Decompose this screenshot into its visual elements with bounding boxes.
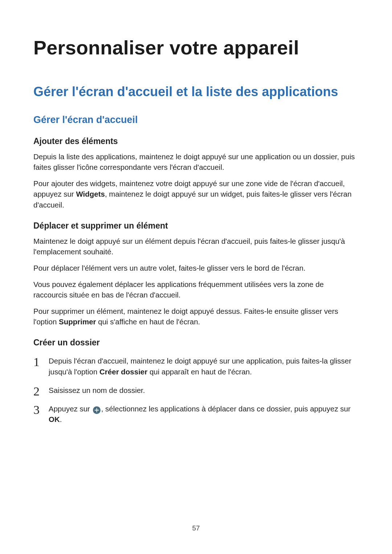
section-heading: Gérer l'écran d'accueil et la liste des … (33, 83, 359, 100)
text: , sélectionnez les applications à déplac… (101, 405, 351, 413)
plus-circle-icon (93, 406, 101, 414)
text: Saisissez un nom de dossier. (49, 386, 145, 394)
bold-creer-dossier: Créer dossier (99, 368, 147, 376)
topic-folder-heading: Créer un dossier (33, 338, 359, 348)
text: qui apparaît en haut de l'écran. (147, 368, 252, 376)
steps-list: Depuis l'écran d'accueil, maintenez le d… (33, 356, 359, 424)
subsection-heading: Gérer l'écran d'accueil (33, 114, 359, 126)
bold-ok: OK (49, 415, 60, 423)
topic-move-p3: Vous pouvez également déplacer les appli… (33, 279, 359, 300)
step-2: Saisissez un nom de dossier. (33, 385, 359, 395)
topic-adding-p2: Pour ajouter des widgets, maintenez votr… (33, 178, 359, 210)
bold-widgets: Widgets (76, 190, 105, 198)
page-title: Personnaliser votre appareil (33, 36, 359, 59)
topic-move-p2: Pour déplacer l'élément vers un autre vo… (33, 263, 359, 273)
step-3: Appuyez sur , sélectionnez les applicati… (33, 403, 359, 424)
text: . (60, 415, 62, 423)
topic-move-heading: Déplacer et supprimer un élément (33, 221, 359, 231)
page-container: Personnaliser votre appareil Gérer l'écr… (0, 0, 392, 554)
text: Appuyez sur (49, 405, 92, 413)
topic-move-p1: Maintenez le doigt appuyé sur un élément… (33, 236, 359, 257)
page-number: 57 (0, 524, 392, 532)
bold-supprimer: Supprimer (59, 317, 96, 326)
topic-move-p4: Pour supprimer un élément, maintenez le … (33, 306, 359, 327)
step-1: Depuis l'écran d'accueil, maintenez le d… (33, 356, 359, 377)
topic-adding-heading: Ajouter des éléments (33, 136, 359, 146)
text: qui s'affiche en haut de l'écran. (96, 317, 200, 326)
topic-adding-p1: Depuis la liste des applications, mainte… (33, 151, 359, 172)
